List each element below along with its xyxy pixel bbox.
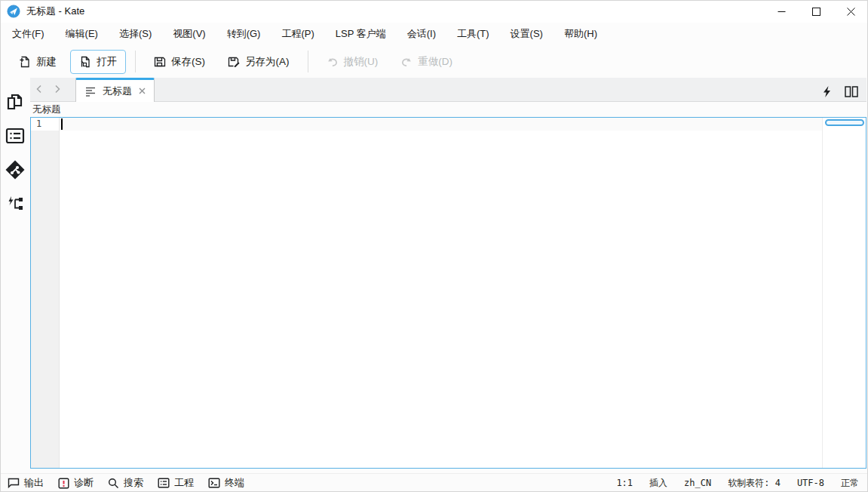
new-button-label: 新建 bbox=[36, 55, 57, 69]
history-forward-button[interactable] bbox=[48, 78, 66, 100]
menu-file[interactable]: 文件(F) bbox=[4, 23, 53, 45]
commits-panel-button[interactable] bbox=[1, 186, 29, 220]
diagnostics-icon bbox=[58, 478, 69, 489]
menu-project[interactable]: 工程(P) bbox=[273, 23, 322, 45]
output-panel-label: 输出 bbox=[24, 476, 44, 490]
editor: 1 bbox=[30, 117, 866, 469]
search-icon bbox=[108, 478, 119, 489]
save-icon bbox=[154, 56, 166, 68]
menu-sessions[interactable]: 会话(I) bbox=[399, 23, 444, 45]
kate-app-icon bbox=[7, 5, 20, 18]
search-panel-label: 搜索 bbox=[124, 476, 143, 490]
output-panel-button[interactable]: 输出 bbox=[8, 476, 44, 490]
save-button[interactable]: 保存(S) bbox=[145, 50, 214, 74]
undo-button[interactable]: 撤销(U) bbox=[317, 50, 388, 74]
dictionary-field[interactable]: zh_CN bbox=[684, 478, 711, 488]
menu-settings[interactable]: 设置(S) bbox=[502, 23, 551, 45]
save-button-label: 保存(S) bbox=[171, 55, 205, 69]
tab-close-icon[interactable] bbox=[138, 87, 146, 95]
split-view-icon[interactable] bbox=[845, 86, 858, 97]
terminal-icon bbox=[208, 478, 220, 488]
window-controls bbox=[764, 0, 868, 23]
save-as-button[interactable]: 另存为(A) bbox=[219, 50, 299, 74]
close-button[interactable] bbox=[833, 0, 868, 23]
redo-button-label: 重做(D) bbox=[418, 55, 452, 69]
window-title: 无标题 - Kate bbox=[26, 5, 84, 18]
menu-lsp-client[interactable]: LSP 客户端 bbox=[327, 23, 394, 45]
menubar: 文件(F) 编辑(E) 选择(S) 视图(V) 转到(G) 工程(P) LSP … bbox=[0, 23, 868, 45]
scrollbar-minimap[interactable] bbox=[822, 118, 866, 468]
open-document-icon bbox=[79, 56, 91, 68]
titlebar: 无标题 - Kate bbox=[0, 0, 868, 23]
new-button[interactable]: 新建 bbox=[10, 50, 66, 74]
line-number: 1 bbox=[31, 118, 59, 131]
diagnostics-panel-label: 诊断 bbox=[74, 476, 94, 490]
open-button[interactable]: 打开 bbox=[70, 50, 126, 74]
undo-button-label: 撤销(U) bbox=[344, 55, 379, 69]
input-mode-field[interactable]: 插入 bbox=[649, 477, 667, 490]
toolbar-separator bbox=[135, 51, 136, 72]
redo-icon bbox=[400, 56, 413, 68]
toolbar: 新建 打开 保存(S) bbox=[0, 45, 868, 78]
quick-open-icon[interactable] bbox=[822, 85, 832, 98]
save-as-icon bbox=[228, 56, 240, 68]
new-document-icon bbox=[19, 56, 31, 68]
breadcrumb-document-name: 无标题 bbox=[32, 103, 61, 116]
left-sidebar bbox=[0, 78, 30, 473]
breadcrumb[interactable]: 无标题 bbox=[30, 102, 866, 117]
git-icon bbox=[5, 159, 26, 180]
project-panel-label: 工程 bbox=[174, 476, 194, 490]
project-icon bbox=[158, 478, 170, 488]
history-back-button[interactable] bbox=[30, 78, 48, 100]
minimize-button[interactable] bbox=[764, 0, 799, 23]
toolbar-separator bbox=[308, 51, 308, 72]
content-column: 无标题 bbox=[30, 78, 868, 473]
commit-graph-icon bbox=[5, 194, 25, 214]
encoding-field[interactable]: UTF-8 bbox=[797, 478, 824, 488]
menu-goto[interactable]: 转到(G) bbox=[219, 23, 269, 45]
git-panel-button[interactable] bbox=[1, 152, 29, 186]
highlight-mode-field[interactable]: 正常 bbox=[841, 477, 859, 490]
menu-help[interactable]: 帮助(H) bbox=[556, 23, 606, 45]
menu-edit[interactable]: 编辑(E) bbox=[57, 23, 106, 45]
menu-selection[interactable]: 选择(S) bbox=[111, 23, 160, 45]
statusbar-right: 1:1 插入 zh_CN 软制表符: 4 UTF-8 正常 bbox=[616, 477, 859, 490]
tabbar-right-tools bbox=[822, 85, 866, 98]
kate-window: 无标题 - Kate 文件(F) 编辑(E) 选择(S) 视图(V) 转到(G)… bbox=[0, 0, 868, 492]
save-as-button-label: 另存为(A) bbox=[245, 55, 290, 69]
tab-untitled[interactable]: 无标题 bbox=[75, 78, 155, 102]
cursor-position-field[interactable]: 1:1 bbox=[616, 478, 633, 488]
tab-width-field[interactable]: 软制表符: 4 bbox=[728, 477, 781, 490]
documents-icon bbox=[5, 92, 25, 112]
menu-view[interactable]: 视图(V) bbox=[164, 23, 213, 45]
text-area[interactable] bbox=[60, 118, 822, 468]
diagnostics-panel-button[interactable]: 诊断 bbox=[58, 476, 94, 490]
text-cursor bbox=[61, 118, 63, 130]
terminal-panel-label: 终端 bbox=[225, 476, 244, 490]
documents-panel-button[interactable] bbox=[1, 85, 29, 118]
titlebar-left: 无标题 - Kate bbox=[0, 5, 84, 18]
tab-label: 无标题 bbox=[103, 85, 132, 98]
redo-button[interactable]: 重做(D) bbox=[391, 50, 462, 74]
statusbar: 输出 诊断 搜索 bbox=[0, 473, 868, 492]
symbol-list-icon bbox=[5, 127, 25, 145]
undo-icon bbox=[327, 56, 339, 68]
current-line bbox=[60, 118, 822, 131]
menu-tools[interactable]: 工具(T) bbox=[449, 23, 498, 45]
maximize-button[interactable] bbox=[799, 0, 833, 23]
line-number-gutter: 1 bbox=[31, 118, 60, 468]
open-button-label: 打开 bbox=[97, 55, 117, 69]
output-icon bbox=[8, 478, 20, 488]
project-panel-button[interactable]: 工程 bbox=[158, 476, 194, 490]
document-icon bbox=[85, 86, 97, 97]
search-panel-button[interactable]: 搜索 bbox=[108, 476, 143, 490]
symbols-panel-button[interactable] bbox=[1, 118, 29, 152]
main-area: 无标题 bbox=[0, 78, 868, 473]
scrollbar-thumb[interactable] bbox=[825, 119, 864, 126]
tab-bar: 无标题 bbox=[30, 78, 866, 102]
terminal-panel-button[interactable]: 终端 bbox=[208, 476, 244, 490]
